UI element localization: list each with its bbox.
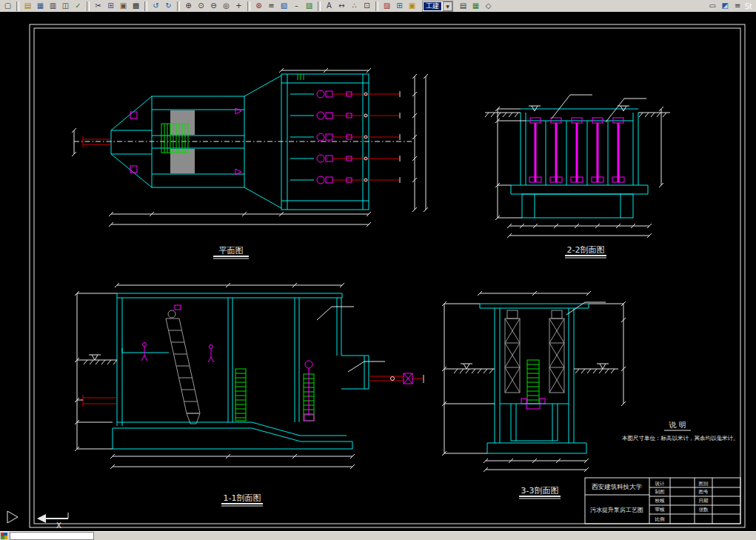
orbit-icon[interactable]: ◩: [719, 0, 732, 12]
status-bar: [0, 531, 756, 540]
toolbar-far-icons: ▭◩≡: [706, 0, 744, 12]
drawing-frame: [30, 24, 745, 527]
pump-row: [290, 112, 400, 119]
app-mini-icon[interactable]: [1, 533, 7, 539]
zoom-realtime-icon[interactable]: ⊙: [195, 0, 207, 12]
title-cell-sheet-no: 图号: [699, 489, 709, 495]
toolbar-separator: [144, 1, 147, 11]
section-1-1-dimensions: [75, 283, 385, 469]
inlet-pipe-section: [83, 395, 117, 407]
title-cell-review: 审核: [655, 507, 666, 513]
print-preview-icon[interactable]: ◫: [59, 0, 72, 12]
paste-icon[interactable]: ▣: [117, 0, 130, 12]
toolbar-separator: [375, 1, 378, 11]
layer-properties-icon[interactable]: ▧: [278, 0, 290, 12]
undo-icon[interactable]: ↺: [150, 0, 162, 12]
spell-check-icon[interactable]: ✓: [72, 0, 84, 12]
zoom-window-icon[interactable]: ⊕: [182, 0, 195, 12]
section-1-1-drawing: 1-1剖面图: [75, 283, 424, 506]
title-block-drawing-title: 污水提升泵房工艺图: [590, 507, 643, 513]
water-level-symbol: [89, 355, 101, 360]
plan-view-label: 平面图: [219, 246, 244, 256]
outlet-pipe: [369, 373, 424, 384]
window-corner-text: St: [745, 2, 755, 10]
vertical-pumps-section: [529, 118, 624, 182]
units-icon[interactable]: ⊡: [361, 0, 373, 12]
title-cell-sheets: 张数: [699, 507, 709, 513]
title-block: 西安建筑科技大学 污水提升泵房工艺图 设计 制图 校核 审核 比例 图别 图号 …: [585, 478, 740, 524]
section-3-3-label: 3-3剖面图: [521, 486, 559, 496]
object-snap-icon[interactable]: ◇: [482, 0, 495, 12]
command-input[interactable]: [10, 532, 94, 540]
title-cell-draft: 制图: [655, 489, 665, 495]
insert-block-icon[interactable]: ▣: [406, 0, 418, 12]
pump-row: [290, 90, 400, 98]
title-cell-check: 校核: [655, 498, 666, 504]
toolbar-separator: [87, 1, 90, 11]
toolbar-separator: [177, 1, 180, 11]
pan-icon[interactable]: +: [233, 0, 245, 12]
toolbar-separator: [16, 1, 19, 11]
title-cell-date: 日期: [699, 498, 709, 504]
toolbar-options-icon[interactable]: ≡: [732, 0, 744, 12]
hatch-icon[interactable]: ▨: [303, 0, 315, 12]
layer-dropdown[interactable]: 工建 ▼: [422, 1, 453, 12]
plan-view-drawing: 平面图: [72, 68, 428, 259]
layer-dropdown-value[interactable]: 工建: [424, 2, 441, 10]
section-3-3-drawing: 3-3剖面图: [442, 291, 626, 499]
mechanical-screen-incline: [166, 305, 200, 424]
section-2-2-drawing: 2-2剖面图: [485, 95, 670, 258]
title-cell-design: 设计: [655, 481, 666, 487]
motor-tower: [505, 310, 564, 393]
redo-icon[interactable]: ↻: [162, 0, 175, 12]
print-icon[interactable]: ▥: [47, 0, 59, 12]
drawing-canvas-svg[interactable]: 平面图 2-2剖面图: [0, 12, 756, 532]
title-cell-sheet-type: 图别: [699, 481, 709, 487]
text-style-icon[interactable]: A: [323, 0, 335, 12]
make-block-icon[interactable]: ⊞: [393, 0, 406, 12]
toolbar-right-icons: ▤▦◇: [457, 0, 495, 12]
notes-title: 说 明: [668, 421, 686, 429]
toolbar-left-icons: ▢▤▦▥◫✓✂⊞▣▩↺↻⊕⊙⊖◎+⊛≡▧–▨A↔∴⊡▨⊞▣: [1, 0, 418, 12]
notes-block: 说 明 本图尺寸单位：标高以米计，其余均以毫米计。: [622, 421, 739, 441]
toolbar-separator: [318, 1, 321, 11]
pump-row: [290, 176, 400, 184]
point-style-icon[interactable]: ∴: [348, 0, 361, 12]
cad-canvas[interactable]: 平面图 2-2剖面图: [0, 12, 756, 532]
open-drawing-icon[interactable]: ▤: [21, 0, 34, 12]
save-drawing-icon[interactable]: ▦: [34, 0, 47, 12]
zoom-out-icon[interactable]: ⊖: [207, 0, 220, 12]
plan-dimensions: [72, 68, 428, 227]
dimension-style-icon[interactable]: ↔: [335, 0, 348, 12]
layers-icon[interactable]: ≡: [265, 0, 278, 12]
cut-icon[interactable]: ✂: [92, 0, 104, 12]
fine-screen-green: [235, 369, 314, 421]
linetype-icon[interactable]: –: [290, 0, 303, 12]
named-views-icon[interactable]: ▭: [706, 0, 719, 12]
design-center-icon[interactable]: ▦: [469, 0, 482, 12]
ucs-x-label: X: [56, 521, 61, 530]
ucs-icon: X: [7, 511, 68, 530]
chevron-down-icon[interactable]: ▼: [443, 1, 452, 11]
pump-section-1-1: [304, 361, 314, 421]
notes-body: 本图尺寸单位：标高以米计，其余均以毫米计。: [622, 435, 739, 441]
screen-column-green: [527, 360, 539, 404]
color-control-icon[interactable]: ▨: [381, 0, 393, 12]
title-cell-scale: 比例: [655, 516, 665, 522]
section-1-1-label: 1-1剖面图: [224, 493, 261, 503]
zoom-extents-icon[interactable]: ◎: [220, 0, 233, 12]
title-block-university: 西安建筑科技大学: [592, 483, 643, 490]
section-3-3-dimensions: [442, 291, 626, 472]
toolbar-separator: [247, 1, 250, 11]
pump-row: [290, 133, 400, 141]
properties-palette-icon[interactable]: ▤: [457, 0, 469, 12]
section-2-2-label: 2-2剖面图: [567, 245, 605, 255]
pump-row: [290, 155, 400, 162]
main-toolbar: ▢▤▦▥◫✓✂⊞▣▩↺↻⊕⊙⊖◎+⊛≡▧–▨A↔∴⊡▨⊞▣ 工建 ▼ ▤▦◇ ▭…: [0, 0, 756, 13]
copy-icon[interactable]: ⊞: [104, 0, 117, 12]
redraw-icon[interactable]: ⊛: [252, 0, 265, 12]
new-drawing-icon[interactable]: ▢: [1, 0, 14, 12]
match-properties-icon[interactable]: ▩: [130, 0, 142, 12]
